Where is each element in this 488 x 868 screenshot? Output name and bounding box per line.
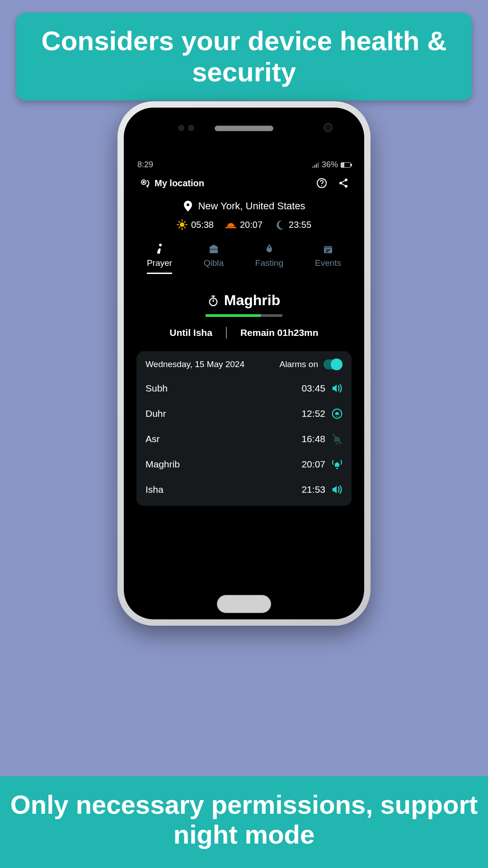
my-location-label: My location xyxy=(155,178,204,189)
share-icon[interactable] xyxy=(338,178,349,189)
svg-rect-18 xyxy=(210,249,218,250)
svg-line-14 xyxy=(179,222,180,222)
panel-date: Wednesday, 15 May 2024 xyxy=(145,359,244,369)
tab-prayer[interactable]: Prayer xyxy=(147,244,172,274)
svg-point-5 xyxy=(339,182,342,184)
fasting-icon xyxy=(264,244,275,255)
speaker xyxy=(215,126,273,131)
tab-fasting[interactable]: Fasting xyxy=(255,244,283,274)
sunrise-item: 05:38 xyxy=(177,219,214,230)
prayer-time: 20:07 xyxy=(301,459,325,470)
device-inner: 8:29 36% My location xyxy=(124,108,364,619)
kaaba-icon xyxy=(208,244,219,255)
sunset-time: 20:07 xyxy=(240,220,263,230)
device-frame: 8:29 36% My location xyxy=(117,101,371,626)
app-screen: 8:29 36% My location xyxy=(131,157,357,588)
tab-events-label: Events xyxy=(315,258,341,268)
bell-active-icon[interactable] xyxy=(332,459,343,470)
svg-rect-24 xyxy=(326,251,328,252)
progress-fill xyxy=(206,314,261,317)
tab-qibla-label: Qibla xyxy=(204,258,224,268)
svg-point-7 xyxy=(180,222,184,227)
sun-times-row: 05:38 20:07 23:55 xyxy=(131,219,357,230)
tab-qibla[interactable]: Qibla xyxy=(204,244,224,274)
current-prayer-name: Maghrib xyxy=(224,292,280,309)
promo-banner-top: Considers your device health & security xyxy=(16,13,472,100)
svg-point-20 xyxy=(268,245,270,246)
prayer-row-asr[interactable]: Asr 16:48 xyxy=(145,426,343,452)
prayer-time: 12:52 xyxy=(301,408,325,419)
pin-icon xyxy=(183,201,193,212)
svg-line-30 xyxy=(333,434,341,443)
svg-point-3 xyxy=(321,185,322,186)
status-bar: 8:29 36% xyxy=(131,157,357,172)
location-info: New York, United States 05:38 20:07 xyxy=(131,200,357,230)
prayer-icon xyxy=(154,244,165,255)
city-label: New York, United States xyxy=(198,200,305,212)
sunset-item: 20:07 xyxy=(225,219,263,230)
prayers-panel: Wednesday, 15 May 2024 Alarms on Subh 03… xyxy=(136,351,352,506)
help-icon[interactable] xyxy=(316,178,327,189)
bell-ring-icon[interactable] xyxy=(332,408,343,419)
svg-rect-23 xyxy=(326,250,330,250)
panel-header: Wednesday, 15 May 2024 Alarms on xyxy=(145,359,343,369)
home-button[interactable] xyxy=(217,595,271,613)
svg-point-17 xyxy=(159,244,162,246)
my-location-button[interactable]: My location xyxy=(139,178,204,189)
prayer-name: Isha xyxy=(145,484,164,495)
location-city-row[interactable]: New York, United States xyxy=(131,200,357,212)
prayer-row-duhr[interactable]: Duhr 12:52 xyxy=(145,401,343,426)
moon-icon xyxy=(274,219,285,230)
stopwatch-icon xyxy=(208,295,219,306)
prayer-name: Asr xyxy=(145,434,160,444)
tab-fasting-label: Fasting xyxy=(255,258,283,268)
svg-rect-22 xyxy=(324,246,332,248)
bell-muted-icon[interactable] xyxy=(332,434,343,444)
until-remain-row: Until Isha Remain 01h23mn xyxy=(131,327,357,339)
svg-line-13 xyxy=(179,227,180,228)
night-item: 23:55 xyxy=(274,219,311,230)
front-camera xyxy=(324,123,333,132)
location-refresh-icon xyxy=(139,178,150,189)
sunset-icon xyxy=(225,219,236,230)
tab-events[interactable]: Events xyxy=(315,244,341,274)
prayer-name: Subh xyxy=(145,383,168,394)
status-time: 8:29 xyxy=(137,160,153,170)
svg-point-1 xyxy=(143,182,145,183)
svg-line-12 xyxy=(184,222,185,222)
prayer-time: 21:53 xyxy=(301,484,325,495)
status-battery: 36% xyxy=(322,160,338,170)
prayer-row-isha[interactable]: Isha 21:53 xyxy=(145,477,343,502)
tab-prayer-label: Prayer xyxy=(147,258,172,268)
speaker-on-icon[interactable] xyxy=(332,383,343,394)
divider xyxy=(226,327,227,339)
svg-line-15 xyxy=(184,227,185,228)
header-actions xyxy=(316,178,349,189)
calendar-icon xyxy=(323,244,333,255)
prayer-time: 03:45 xyxy=(301,383,325,394)
remain-label: Remain 01h23mn xyxy=(240,327,319,338)
battery-icon xyxy=(341,162,351,168)
prayer-name: Maghrib xyxy=(145,459,180,470)
current-prayer-row: Maghrib xyxy=(131,292,357,309)
progress-bar xyxy=(206,314,282,317)
alarms-toggle[interactable] xyxy=(324,359,343,369)
until-label: Until Isha xyxy=(169,327,212,338)
current-prayer-block: Maghrib Until Isha Remain 01h23mn xyxy=(131,292,357,339)
prayer-name: Duhr xyxy=(145,408,166,419)
status-right: 36% xyxy=(312,160,351,170)
alarms-label: Alarms on xyxy=(279,359,318,369)
speaker-on-icon[interactable] xyxy=(332,484,343,495)
alarms-control: Alarms on xyxy=(279,359,343,369)
svg-point-4 xyxy=(345,179,347,181)
svg-point-6 xyxy=(345,185,347,188)
prayer-row-maghrib[interactable]: Maghrib 20:07 xyxy=(145,452,343,477)
sensor-dots xyxy=(178,125,194,131)
prayer-row-subh[interactable]: Subh 03:45 xyxy=(145,376,343,401)
app-header: My location xyxy=(131,172,357,192)
nav-tabs: Prayer Qibla Fasting xyxy=(131,244,357,274)
sunrise-time: 05:38 xyxy=(191,220,214,230)
promo-banner-bottom: Only necessary permissions, support nigh… xyxy=(0,776,488,868)
signal-icon xyxy=(312,162,319,168)
sun-icon xyxy=(177,219,188,230)
